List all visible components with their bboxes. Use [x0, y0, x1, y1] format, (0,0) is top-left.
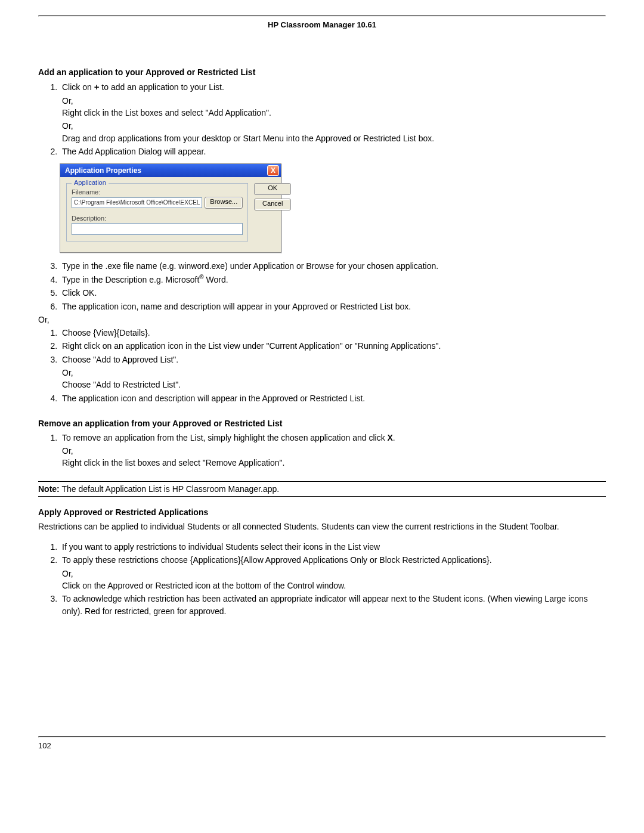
cancel-button[interactable]: Cancel [254, 199, 291, 210]
step-text: The Add Application Dialog will appear. [62, 147, 206, 156]
or-text: Or, [62, 95, 606, 107]
list-item: Click on + to add an application to your… [60, 80, 606, 144]
close-button[interactable]: X [267, 165, 279, 176]
note-label: Note: [38, 484, 60, 494]
dialog-titlebar: Application Properties X [60, 164, 281, 177]
step-text: Type in the Description e.g. Microsoft® … [62, 275, 228, 284]
list-item: Right click on an application icon in th… [60, 340, 606, 352]
section1-list-b: Type in the .exe file name (e.g. winword… [38, 260, 606, 312]
list-item: The application icon, name and descripti… [60, 301, 606, 312]
section1-list-a: Click on + to add an application to your… [38, 80, 606, 157]
section1-heading: Add an application to your Approved or R… [38, 67, 606, 77]
note-bar: Note: The default Application List is HP… [38, 481, 606, 497]
step-text: Choose "Add to Approved List". [62, 355, 178, 364]
step-text: Click OK. [62, 288, 97, 298]
application-properties-dialog: Application Properties X Application Fil… [60, 163, 281, 253]
browse-button[interactable]: Browse... [205, 197, 243, 209]
dialog-screenshot: Application Properties X Application Fil… [60, 163, 606, 253]
step-text: The application icon, name and descripti… [62, 302, 411, 311]
dialog-title: Application Properties [65, 166, 141, 175]
document-page: HP Classroom Manager 10.61 Add an applic… [0, 0, 644, 768]
step-text: Type in the .exe file name (e.g. winword… [62, 261, 438, 271]
step-text: If you want to apply restrictions to ind… [62, 542, 380, 552]
step-subtext: Click on the Approved or Restricted icon… [62, 580, 606, 592]
page-number: 102 [38, 738, 606, 750]
registered-mark: ® [199, 274, 203, 281]
filename-input[interactable]: C:\Program Files\Microsoft Office\Office… [72, 197, 202, 208]
dialog-button-column: OK Cancel [254, 183, 291, 241]
header-title: HP Classroom Manager 10.61 [38, 17, 606, 32]
list-item: The application icon and description wil… [60, 392, 606, 404]
section2-list: To remove an application from the List, … [38, 432, 606, 469]
footer: 102 [38, 736, 606, 750]
step-text: Click on + to add an application to your… [62, 82, 224, 92]
list-item: To apply these restrictions choose {Appl… [60, 554, 606, 592]
section3-heading: Apply Approved or Restricted Application… [38, 507, 606, 517]
step-text: Choose {View}{Details}. [62, 328, 150, 337]
or-text: Or, [62, 120, 606, 132]
or-text: Or, [62, 445, 606, 457]
description-label: Description: [72, 215, 243, 222]
section3-list: If you want to apply restrictions to ind… [38, 541, 606, 617]
step-subtext: Right click in the list boxes and select… [62, 457, 606, 469]
application-fieldset: Application Filename: C:\Program Files\M… [66, 183, 248, 241]
list-item: The Add Application Dialog will appear. [60, 145, 606, 157]
list-item: Type in the .exe file name (e.g. winword… [60, 260, 606, 272]
close-icon: X [271, 167, 275, 174]
step-text: To acknowledge which restriction has bee… [62, 594, 588, 615]
step-subtext: Right click in the List boxes and select… [62, 107, 606, 119]
dialog-body: Application Filename: C:\Program Files\M… [60, 177, 281, 252]
fieldset-legend: Application [72, 179, 109, 186]
or-text: Or, [62, 568, 606, 580]
list-item: Click OK. [60, 287, 606, 299]
ok-button[interactable]: OK [254, 183, 291, 195]
filename-label: Filename: [72, 188, 243, 196]
step-text: The application icon and description wil… [62, 394, 365, 403]
section3-intro: Restrictions can be applied to individua… [38, 521, 606, 532]
x-icon: X [388, 433, 393, 442]
step-text: To remove an application from the List, … [62, 433, 395, 442]
or-text: Or, [62, 367, 606, 379]
list-item: Type in the Description e.g. Microsoft® … [60, 274, 606, 286]
list-item: If you want to apply restrictions to ind… [60, 541, 606, 553]
list-item: Choose {View}{Details}. [60, 327, 606, 339]
step-subtext: Drag and drop applications from your des… [62, 132, 606, 144]
list-item: Choose "Add to Approved List". Or, Choos… [60, 354, 606, 391]
step-subtext: Choose "Add to Restricted List". [62, 379, 606, 391]
step-text: To apply these restrictions choose {Appl… [62, 555, 492, 565]
step-text: Right click on an application icon in th… [62, 341, 441, 351]
list-item: To remove an application from the List, … [60, 432, 606, 469]
section2-heading: Remove an application from your Approved… [38, 419, 606, 428]
list-item: To acknowledge which restriction has bee… [60, 593, 606, 617]
section1-list-c: Choose {View}{Details}. Right click on a… [38, 327, 606, 404]
description-input[interactable] [72, 223, 243, 235]
note-text: The default Application List is HP Class… [60, 484, 279, 494]
or-text: Or, [38, 315, 606, 324]
